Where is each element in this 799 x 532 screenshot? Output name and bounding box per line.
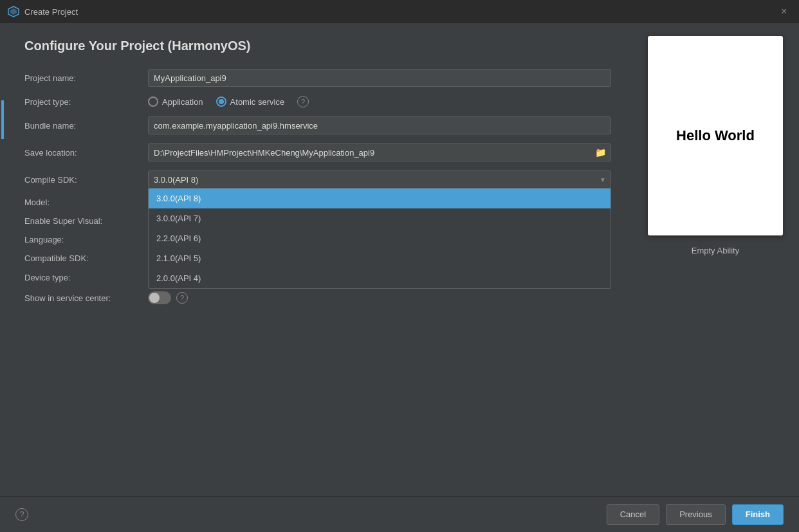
close-button[interactable]: ×	[781, 6, 791, 17]
radio-application-circle	[148, 96, 158, 107]
preview-panel: Hello World Empty Ability	[632, 23, 799, 496]
previous-button[interactable]: Previous	[666, 504, 726, 525]
left-panel	[0, 23, 4, 496]
form-grid: Project name: Project type: Application …	[24, 69, 611, 304]
compatible-sdk-label: Compatible SDK:	[24, 253, 140, 263]
toggle-knob	[149, 293, 160, 303]
show-service-center-wrapper: ?	[148, 291, 611, 304]
project-type-group: Application Atomic service ?	[148, 96, 611, 107]
dropdown-item-api4[interactable]: 2.0.0(API 4)	[149, 268, 611, 288]
preview-caption: Empty Ability	[692, 246, 739, 255]
create-project-window: Create Project × Configure Your Project …	[0, 0, 799, 532]
project-name-label: Project name:	[24, 73, 140, 83]
preview-card: Hello World	[648, 36, 783, 235]
blue-indicator	[1, 100, 4, 139]
dropdown-item-api8[interactable]: 3.0.0(API 8)	[149, 188, 611, 208]
compile-sdk-dropdown-wrapper: 3.0.0(API 8) ▼ 3.0.0(API 8) 3.0.0(API 7)…	[148, 170, 611, 188]
save-location-label: Save location:	[24, 148, 140, 158]
project-type-label: Project type:	[24, 97, 140, 107]
bottom-help-icon[interactable]: ?	[15, 508, 28, 521]
model-label: Model:	[24, 197, 140, 207]
compile-sdk-dropdown-list: 3.0.0(API 8) 3.0.0(API 7) 2.2.0(API 6) 2…	[148, 188, 611, 289]
bottom-bar: ? Cancel Previous Finish	[0, 496, 799, 532]
show-service-center-help-icon[interactable]: ?	[176, 292, 188, 304]
window-title: Create Project	[24, 7, 78, 17]
dropdown-item-api5[interactable]: 2.1.0(API 5)	[149, 248, 611, 268]
show-service-center-label: Show in service center:	[24, 293, 140, 303]
cancel-button[interactable]: Cancel	[607, 504, 659, 525]
device-type-label: Device type:	[24, 273, 140, 282]
radio-application-label: Application	[162, 97, 203, 107]
folder-icon[interactable]: 📁	[595, 147, 606, 158]
svg-marker-1	[10, 8, 17, 15]
save-location-input[interactable]	[148, 143, 611, 161]
radio-atomic[interactable]: Atomic service	[216, 96, 285, 107]
main-panel: Configure Your Project (HarmonyOS) Proje…	[4, 23, 632, 496]
compile-sdk-select[interactable]: 3.0.0(API 8)	[148, 170, 611, 188]
dropdown-item-api7[interactable]: 3.0.0(API 7)	[149, 208, 611, 228]
app-logo-icon	[8, 6, 19, 17]
language-label: Language:	[24, 235, 140, 244]
bottom-buttons: Cancel Previous Finish	[607, 504, 784, 525]
bundle-name-input[interactable]	[148, 116, 611, 134]
compile-sdk-label: Compile SDK:	[24, 175, 140, 185]
radio-atomic-label: Atomic service	[230, 97, 285, 107]
title-bar: Create Project ×	[0, 0, 799, 23]
dropdown-item-api6[interactable]: 2.2.0(API 6)	[149, 228, 611, 248]
enable-super-visual-label: Enable Super Visual:	[24, 216, 140, 226]
title-bar-left: Create Project	[8, 6, 78, 17]
content-area: Configure Your Project (HarmonyOS) Proje…	[0, 23, 799, 496]
radio-atomic-circle	[216, 96, 226, 107]
save-location-wrapper: 📁	[148, 143, 611, 161]
finish-button[interactable]: Finish	[732, 504, 784, 525]
show-service-center-toggle[interactable]	[148, 291, 171, 304]
dialog-title: Configure Your Project (HarmonyOS)	[24, 39, 611, 53]
preview-hello-world: Hello World	[676, 127, 755, 144]
radio-application[interactable]: Application	[148, 96, 203, 107]
bundle-name-label: Bundle name:	[24, 121, 140, 131]
project-name-input[interactable]	[148, 69, 611, 87]
project-type-help-icon[interactable]: ?	[297, 96, 309, 107]
